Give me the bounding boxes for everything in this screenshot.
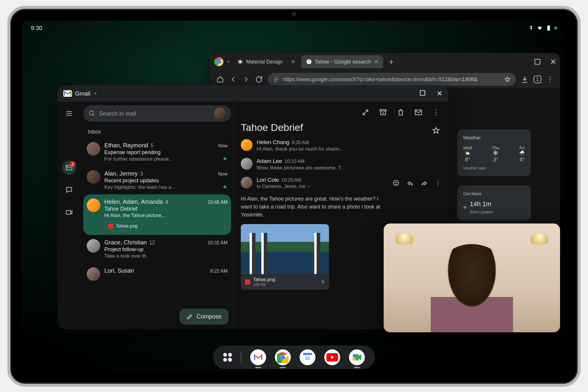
chevron-down-icon[interactable] xyxy=(225,59,231,65)
tab-title: Tahoe - Google sesarch xyxy=(315,59,371,65)
home-icon[interactable] xyxy=(216,75,224,84)
status-bar: 9:30 xyxy=(22,21,566,35)
forward-icon[interactable] xyxy=(242,75,250,84)
chevron-down-icon[interactable] xyxy=(93,91,98,96)
status-dot xyxy=(554,26,557,29)
lamp-decor xyxy=(531,232,548,244)
search-input[interactable]: Search in mail xyxy=(83,105,231,122)
download-icon[interactable] xyxy=(521,75,529,84)
mark-unread-icon[interactable] xyxy=(414,108,422,116)
photo-attachment[interactable]: Tahoe.png 106 KB ✕ xyxy=(241,224,329,290)
sender-avatar xyxy=(87,142,100,156)
search-placeholder: Search in mail xyxy=(99,110,136,117)
all-apps-button[interactable] xyxy=(223,353,232,362)
weather-data-label: Weather data xyxy=(463,166,525,170)
compose-button[interactable]: Compose xyxy=(179,308,229,325)
close-window-icon[interactable]: ✕ xyxy=(437,89,442,98)
taskbar-chrome[interactable] xyxy=(275,349,291,365)
sender-avatar xyxy=(87,267,100,281)
weather-card[interactable]: Weather Wed⛅8° Thu❄️3° Fri🌧️4° Weather d… xyxy=(457,129,531,176)
reply-icon[interactable] xyxy=(407,179,414,186)
star-icon[interactable]: ★ xyxy=(222,155,228,162)
travel-card[interactable]: Get there ✈ 14h 1m from London xyxy=(457,185,531,220)
browser-tab[interactable]: Material Design ✕ xyxy=(233,55,300,68)
trash-icon[interactable] xyxy=(397,108,405,116)
email-item[interactable]: Alan, Jerrery3Now Recent project updates… xyxy=(83,166,231,194)
star-icon[interactable]: ★ xyxy=(222,183,228,190)
video-person xyxy=(431,244,513,332)
archive-icon[interactable] xyxy=(379,108,387,116)
sender-avatar xyxy=(241,177,253,189)
taskbar-youtube[interactable] xyxy=(324,349,340,365)
more-vert-icon[interactable]: ⋮ xyxy=(432,108,440,116)
more-vert-icon[interactable]: ⋮ xyxy=(546,75,554,84)
gmail-nav-rail: 2 xyxy=(57,102,81,329)
close-window-icon[interactable]: ✕ xyxy=(550,57,557,66)
reload-icon[interactable] xyxy=(255,75,263,84)
site-settings-icon[interactable] xyxy=(273,76,280,83)
svg-point-16 xyxy=(397,182,397,183)
expand-icon[interactable] xyxy=(361,108,370,116)
email-time: 10:40 AM xyxy=(208,200,228,205)
menu-icon[interactable] xyxy=(62,106,76,121)
taskbar-meet[interactable] xyxy=(349,349,365,365)
email-subject: Tahoe Debrief xyxy=(104,206,228,212)
svg-point-20 xyxy=(281,355,285,360)
detail-subject: Tahoe Debrief xyxy=(241,122,303,133)
travel-from: from London xyxy=(470,210,493,214)
chat-rail-icon[interactable] xyxy=(62,183,76,197)
taskbar-gmail[interactable] xyxy=(250,349,266,365)
tab-close-icon[interactable]: ✕ xyxy=(291,59,295,65)
msg-sender: Lori Cole xyxy=(257,177,279,183)
attachment-filename: Tahoe.png xyxy=(253,277,275,282)
attachment-chip[interactable]: Tahoe.png xyxy=(104,221,142,231)
star-outline-icon[interactable] xyxy=(504,76,511,83)
thread-count: 5 xyxy=(151,143,153,149)
maximize-icon[interactable] xyxy=(419,89,426,96)
tab-close-icon[interactable]: ✕ xyxy=(374,59,378,65)
chrome-tabstrip: Material Design ✕ G Tahoe - Google sesar… xyxy=(210,53,560,71)
svg-text:G: G xyxy=(308,59,310,63)
thread-message[interactable]: Adam Lee10:10 AM Wow, these picturese ar… xyxy=(241,158,441,171)
email-preview: Hi Alan, the Tahoe picture... xyxy=(104,213,228,218)
email-time: 10:32 AM xyxy=(208,240,228,246)
thread-message[interactable]: Helen Chang9:30 AM Hi Alan, thank you so… xyxy=(241,139,441,152)
mail-badge: 2 xyxy=(70,161,76,167)
taskbar-calendar[interactable]: 31 xyxy=(300,349,315,365)
sender-avatar xyxy=(241,139,253,151)
chrome-app-icon[interactable] xyxy=(214,56,224,67)
close-icon[interactable]: ✕ xyxy=(321,279,325,285)
email-item[interactable]: Grace, Christian1210:32 AM Project follo… xyxy=(83,235,231,263)
attachment-size: 106 KB xyxy=(253,282,275,287)
email-list: Search in mail Inbox Ethan, Raymond5Now … xyxy=(81,102,234,329)
chevron-down-icon[interactable] xyxy=(307,184,311,189)
profile-avatar[interactable] xyxy=(214,108,226,119)
emoji-icon[interactable] xyxy=(392,179,400,186)
video-pip[interactable] xyxy=(384,223,560,332)
maximize-icon[interactable] xyxy=(534,58,541,66)
gmail-titlebar[interactable]: Gmail ✕ xyxy=(57,85,448,102)
address-bar[interactable]: https://www.google.com/search?q=lake+tah… xyxy=(268,73,516,86)
thread-message-expanded[interactable]: Lori Cole10:20 AM to Cameron, Jesse, me … xyxy=(241,177,441,189)
tablet-camera xyxy=(292,12,296,16)
email-item-selected[interactable]: Helen, Adam, Amanda410:40 AM Tahoe Debri… xyxy=(83,194,231,235)
sender-name: Alan, Jerrery xyxy=(104,170,138,177)
star-outline-icon[interactable] xyxy=(432,126,440,135)
star-outline-icon[interactable]: ☆ xyxy=(222,224,228,231)
tab-count-icon[interactable]: 1 xyxy=(534,76,541,83)
search-icon xyxy=(227,357,233,362)
meet-rail-icon[interactable] xyxy=(62,205,76,219)
new-tab-icon[interactable]: ＋ xyxy=(387,58,395,66)
email-item[interactable]: Ethan, Raymond5Now Expense report pendin… xyxy=(83,138,231,166)
more-vert-icon[interactable]: ⋮ xyxy=(435,179,441,187)
photo-preview xyxy=(241,224,329,274)
email-item[interactable]: Lori, Susan8:22 AM xyxy=(83,263,231,285)
material-favicon-icon xyxy=(237,59,243,65)
forward-arrow-icon[interactable] xyxy=(421,179,428,186)
mail-rail-icon[interactable]: 2 xyxy=(62,161,76,175)
browser-tab-active[interactable]: G Tahoe - Google sesarch ✕ xyxy=(301,55,383,68)
back-icon[interactable] xyxy=(229,75,237,84)
bluetooth-icon xyxy=(528,25,534,31)
svg-point-15 xyxy=(395,182,395,183)
pencil-icon xyxy=(186,313,193,320)
